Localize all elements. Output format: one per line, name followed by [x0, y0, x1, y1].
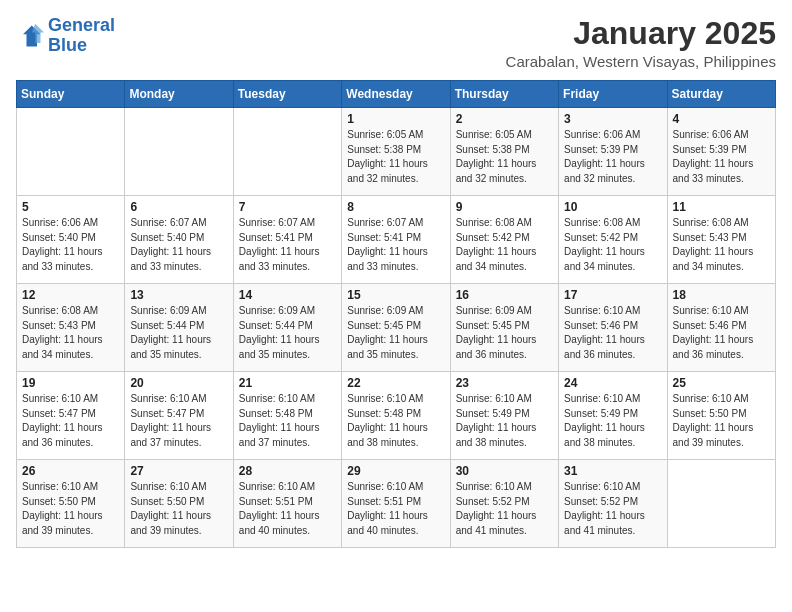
calendar-title: January 2025: [506, 16, 776, 51]
calendar-week-4: 19Sunrise: 6:10 AM Sunset: 5:47 PM Dayli…: [17, 372, 776, 460]
day-number: 22: [347, 376, 444, 390]
header-monday: Monday: [125, 81, 233, 108]
calendar-cell: 7Sunrise: 6:07 AM Sunset: 5:41 PM Daylig…: [233, 196, 341, 284]
day-number: 23: [456, 376, 553, 390]
day-info: Sunrise: 6:08 AM Sunset: 5:43 PM Dayligh…: [22, 304, 119, 362]
calendar-cell: [17, 108, 125, 196]
day-number: 26: [22, 464, 119, 478]
calendar-cell: 31Sunrise: 6:10 AM Sunset: 5:52 PM Dayli…: [559, 460, 667, 548]
day-info: Sunrise: 6:10 AM Sunset: 5:52 PM Dayligh…: [456, 480, 553, 538]
weekday-header-row: Sunday Monday Tuesday Wednesday Thursday…: [17, 81, 776, 108]
header-thursday: Thursday: [450, 81, 558, 108]
calendar-cell: 14Sunrise: 6:09 AM Sunset: 5:44 PM Dayli…: [233, 284, 341, 372]
day-info: Sunrise: 6:09 AM Sunset: 5:45 PM Dayligh…: [347, 304, 444, 362]
day-info: Sunrise: 6:10 AM Sunset: 5:50 PM Dayligh…: [673, 392, 770, 450]
calendar-table: Sunday Monday Tuesday Wednesday Thursday…: [16, 80, 776, 548]
day-number: 6: [130, 200, 227, 214]
calendar-cell: 24Sunrise: 6:10 AM Sunset: 5:49 PM Dayli…: [559, 372, 667, 460]
calendar-cell: 27Sunrise: 6:10 AM Sunset: 5:50 PM Dayli…: [125, 460, 233, 548]
day-number: 24: [564, 376, 661, 390]
logo-line1: General: [48, 15, 115, 35]
day-info: Sunrise: 6:10 AM Sunset: 5:46 PM Dayligh…: [564, 304, 661, 362]
calendar-cell: [233, 108, 341, 196]
day-number: 20: [130, 376, 227, 390]
day-info: Sunrise: 6:10 AM Sunset: 5:50 PM Dayligh…: [22, 480, 119, 538]
day-info: Sunrise: 6:05 AM Sunset: 5:38 PM Dayligh…: [347, 128, 444, 186]
calendar-cell: 13Sunrise: 6:09 AM Sunset: 5:44 PM Dayli…: [125, 284, 233, 372]
day-info: Sunrise: 6:10 AM Sunset: 5:51 PM Dayligh…: [239, 480, 336, 538]
calendar-cell: 23Sunrise: 6:10 AM Sunset: 5:49 PM Dayli…: [450, 372, 558, 460]
calendar-cell: 30Sunrise: 6:10 AM Sunset: 5:52 PM Dayli…: [450, 460, 558, 548]
day-number: 12: [22, 288, 119, 302]
day-info: Sunrise: 6:10 AM Sunset: 5:49 PM Dayligh…: [456, 392, 553, 450]
header-wednesday: Wednesday: [342, 81, 450, 108]
day-number: 7: [239, 200, 336, 214]
calendar-cell: [667, 460, 775, 548]
day-number: 5: [22, 200, 119, 214]
day-info: Sunrise: 6:10 AM Sunset: 5:49 PM Dayligh…: [564, 392, 661, 450]
day-number: 9: [456, 200, 553, 214]
day-number: 17: [564, 288, 661, 302]
calendar-cell: 25Sunrise: 6:10 AM Sunset: 5:50 PM Dayli…: [667, 372, 775, 460]
calendar-cell: 4Sunrise: 6:06 AM Sunset: 5:39 PM Daylig…: [667, 108, 775, 196]
day-info: Sunrise: 6:10 AM Sunset: 5:48 PM Dayligh…: [239, 392, 336, 450]
day-info: Sunrise: 6:10 AM Sunset: 5:52 PM Dayligh…: [564, 480, 661, 538]
day-info: Sunrise: 6:09 AM Sunset: 5:44 PM Dayligh…: [130, 304, 227, 362]
calendar-week-2: 5Sunrise: 6:06 AM Sunset: 5:40 PM Daylig…: [17, 196, 776, 284]
day-number: 19: [22, 376, 119, 390]
title-block: January 2025 Carabalan, Western Visayas,…: [506, 16, 776, 70]
day-number: 4: [673, 112, 770, 126]
calendar-cell: 21Sunrise: 6:10 AM Sunset: 5:48 PM Dayli…: [233, 372, 341, 460]
day-number: 28: [239, 464, 336, 478]
day-number: 3: [564, 112, 661, 126]
day-number: 27: [130, 464, 227, 478]
day-number: 18: [673, 288, 770, 302]
day-info: Sunrise: 6:06 AM Sunset: 5:40 PM Dayligh…: [22, 216, 119, 274]
day-info: Sunrise: 6:07 AM Sunset: 5:40 PM Dayligh…: [130, 216, 227, 274]
calendar-cell: 18Sunrise: 6:10 AM Sunset: 5:46 PM Dayli…: [667, 284, 775, 372]
calendar-week-1: 1Sunrise: 6:05 AM Sunset: 5:38 PM Daylig…: [17, 108, 776, 196]
day-number: 11: [673, 200, 770, 214]
calendar-cell: 11Sunrise: 6:08 AM Sunset: 5:43 PM Dayli…: [667, 196, 775, 284]
day-info: Sunrise: 6:05 AM Sunset: 5:38 PM Dayligh…: [456, 128, 553, 186]
day-info: Sunrise: 6:08 AM Sunset: 5:43 PM Dayligh…: [673, 216, 770, 274]
logo-line2: Blue: [48, 35, 87, 55]
day-number: 13: [130, 288, 227, 302]
calendar-subtitle: Carabalan, Western Visayas, Philippines: [506, 53, 776, 70]
page-header: General Blue January 2025 Carabalan, Wes…: [16, 16, 776, 70]
day-number: 30: [456, 464, 553, 478]
calendar-cell: 28Sunrise: 6:10 AM Sunset: 5:51 PM Dayli…: [233, 460, 341, 548]
day-info: Sunrise: 6:06 AM Sunset: 5:39 PM Dayligh…: [564, 128, 661, 186]
day-info: Sunrise: 6:10 AM Sunset: 5:50 PM Dayligh…: [130, 480, 227, 538]
day-number: 21: [239, 376, 336, 390]
calendar-cell: 12Sunrise: 6:08 AM Sunset: 5:43 PM Dayli…: [17, 284, 125, 372]
calendar-cell: 17Sunrise: 6:10 AM Sunset: 5:46 PM Dayli…: [559, 284, 667, 372]
logo-text: General Blue: [48, 16, 115, 56]
day-number: 1: [347, 112, 444, 126]
day-number: 29: [347, 464, 444, 478]
calendar-week-3: 12Sunrise: 6:08 AM Sunset: 5:43 PM Dayli…: [17, 284, 776, 372]
calendar-cell: 26Sunrise: 6:10 AM Sunset: 5:50 PM Dayli…: [17, 460, 125, 548]
day-info: Sunrise: 6:08 AM Sunset: 5:42 PM Dayligh…: [456, 216, 553, 274]
day-info: Sunrise: 6:10 AM Sunset: 5:46 PM Dayligh…: [673, 304, 770, 362]
calendar-cell: 6Sunrise: 6:07 AM Sunset: 5:40 PM Daylig…: [125, 196, 233, 284]
day-number: 2: [456, 112, 553, 126]
day-info: Sunrise: 6:07 AM Sunset: 5:41 PM Dayligh…: [347, 216, 444, 274]
calendar-cell: 29Sunrise: 6:10 AM Sunset: 5:51 PM Dayli…: [342, 460, 450, 548]
calendar-cell: 19Sunrise: 6:10 AM Sunset: 5:47 PM Dayli…: [17, 372, 125, 460]
calendar-cell: 1Sunrise: 6:05 AM Sunset: 5:38 PM Daylig…: [342, 108, 450, 196]
calendar-cell: 5Sunrise: 6:06 AM Sunset: 5:40 PM Daylig…: [17, 196, 125, 284]
header-saturday: Saturday: [667, 81, 775, 108]
day-info: Sunrise: 6:08 AM Sunset: 5:42 PM Dayligh…: [564, 216, 661, 274]
calendar-cell: 10Sunrise: 6:08 AM Sunset: 5:42 PM Dayli…: [559, 196, 667, 284]
day-number: 16: [456, 288, 553, 302]
day-info: Sunrise: 6:09 AM Sunset: 5:45 PM Dayligh…: [456, 304, 553, 362]
calendar-body: 1Sunrise: 6:05 AM Sunset: 5:38 PM Daylig…: [17, 108, 776, 548]
day-info: Sunrise: 6:10 AM Sunset: 5:51 PM Dayligh…: [347, 480, 444, 538]
day-info: Sunrise: 6:10 AM Sunset: 5:47 PM Dayligh…: [130, 392, 227, 450]
header-tuesday: Tuesday: [233, 81, 341, 108]
day-number: 25: [673, 376, 770, 390]
calendar-cell: 3Sunrise: 6:06 AM Sunset: 5:39 PM Daylig…: [559, 108, 667, 196]
header-friday: Friday: [559, 81, 667, 108]
calendar-header: Sunday Monday Tuesday Wednesday Thursday…: [17, 81, 776, 108]
